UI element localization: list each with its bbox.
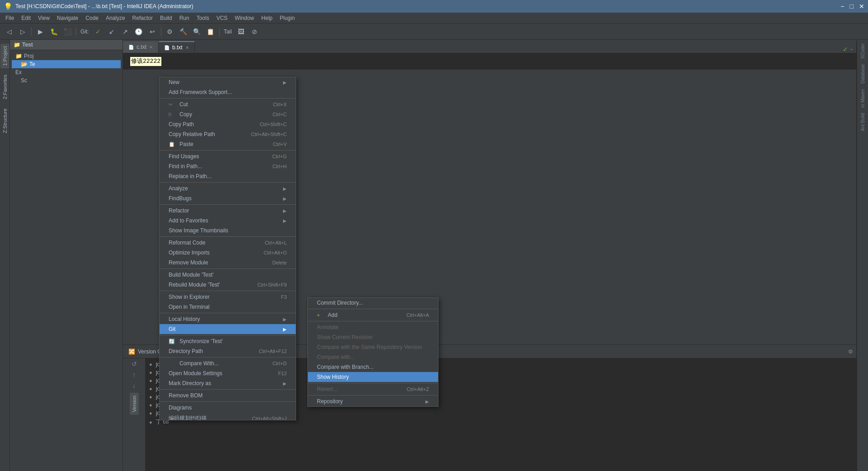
stop-button[interactable]: ⬛ bbox=[61, 25, 74, 38]
menu-vcs[interactable]: VCS bbox=[213, 14, 231, 22]
cm-show-thumbnails[interactable]: Show Image Thumbnails bbox=[160, 226, 296, 236]
version-label-vert[interactable]: Version bbox=[130, 393, 139, 415]
cm-code-scan[interactable]: 编码规划约扫描 Ctrl+Alt+Shift+J bbox=[160, 413, 296, 420]
cm-show-explorer[interactable]: Show in Explorer F3 bbox=[160, 292, 296, 302]
cm-git[interactable]: Git ▶ bbox=[160, 324, 296, 334]
version-down-icon[interactable]: ↓ bbox=[132, 382, 136, 389]
cm-find-in-path[interactable]: Find in Path... Ctrl+H bbox=[160, 161, 296, 171]
cm-reformat[interactable]: Reformat Code Ctrl+Alt+L bbox=[160, 238, 296, 248]
cm-new[interactable]: New ▶ bbox=[160, 77, 296, 87]
git-show-history[interactable]: Show History bbox=[308, 372, 438, 382]
power-button[interactable]: ⊘ bbox=[248, 25, 261, 38]
right-sidebar-maven[interactable]: m Maven bbox=[859, 87, 866, 109]
title-bar: 💡 Test [H:\CSDN\Git\Code\Test] - ...\b.t… bbox=[0, 0, 868, 13]
tab-project[interactable]: 1:Project bbox=[0, 43, 9, 68]
search-button[interactable]: 🔍 bbox=[191, 25, 203, 38]
cm-cut[interactable]: ✂ Cut Ctrl+X bbox=[160, 99, 296, 109]
version-arrow-icon[interactable]: ↑ bbox=[132, 371, 136, 378]
debug-button[interactable]: 🐛 bbox=[47, 25, 60, 38]
git-history-button[interactable]: 🕐 bbox=[132, 25, 145, 38]
git-repository[interactable]: Repository ▶ bbox=[308, 396, 438, 406]
run-button[interactable]: ▶ bbox=[34, 25, 47, 38]
tab-structure[interactable]: Z:Structure bbox=[0, 106, 9, 136]
cm-local-history[interactable]: Local History ▶ bbox=[160, 314, 296, 324]
cm-synchronize[interactable]: 🔄 Synchronize 'Test' bbox=[160, 336, 296, 346]
cm-sep-2 bbox=[160, 150, 296, 151]
tab-favorites[interactable]: 2:Favorites bbox=[0, 72, 9, 102]
cm-copy[interactable]: ⎘ Copy Ctrl+C bbox=[160, 109, 296, 119]
cm-copy-path[interactable]: Copy Path Ctrl+Shift+C bbox=[160, 119, 296, 129]
cm-rebuild-module[interactable]: Rebuild Module 'Test' Ctrl+Shift+F9 bbox=[160, 280, 296, 290]
ctxt-close[interactable]: ✕ bbox=[149, 45, 153, 50]
right-sidebar-database[interactable]: Database bbox=[859, 62, 866, 85]
cm-diagrams[interactable]: Diagrams bbox=[160, 403, 296, 413]
cm-analyze[interactable]: Analyze ▶ bbox=[160, 184, 296, 193]
menu-tools[interactable]: Tools bbox=[193, 14, 213, 22]
editor-content[interactable]: 修该22222 bbox=[123, 53, 857, 70]
copy-button[interactable]: 📋 bbox=[204, 25, 217, 38]
editor-area[interactable]: 修该22222 New ▶ Add Framework Support... ✂ bbox=[123, 53, 857, 344]
cm-module-settings[interactable]: Open Module Settings F12 bbox=[160, 368, 296, 378]
title-bar-controls[interactable]: − □ ✕ bbox=[840, 3, 864, 10]
cm-mark-directory[interactable]: Mark Directory as ▶ bbox=[160, 378, 296, 388]
menu-help[interactable]: Help bbox=[258, 14, 276, 22]
cm-findbugs[interactable]: FindBugs ▶ bbox=[160, 193, 296, 203]
cm-compare-with[interactable]: Compare With... Ctrl+D bbox=[160, 358, 296, 368]
forward-button[interactable]: ▷ bbox=[16, 25, 29, 38]
menu-code[interactable]: Code bbox=[82, 14, 102, 22]
cm-remove-bom[interactable]: Remove BOM bbox=[160, 391, 296, 400]
maximize-button[interactable]: □ bbox=[850, 3, 854, 10]
cm-refactor[interactable]: Refactor ▶ bbox=[160, 206, 296, 216]
cm-add-favorites[interactable]: Add to Favorites ▶ bbox=[160, 216, 296, 226]
settings-icon[interactable]: ⚙ bbox=[848, 349, 853, 355]
cm-replace-in-path[interactable]: Replace in Path... bbox=[160, 171, 296, 181]
git-revert-button[interactable]: ↩ bbox=[146, 25, 159, 38]
menu-build[interactable]: Build bbox=[156, 14, 176, 22]
git-commit-dir[interactable]: Commit Directory... bbox=[308, 298, 438, 308]
btxt-close[interactable]: ✕ bbox=[185, 45, 189, 50]
right-sidebar-ant[interactable]: Ant Build bbox=[859, 111, 866, 133]
menu-refactor[interactable]: Refactor bbox=[129, 14, 156, 22]
cm-add-framework[interactable]: Add Framework Support... bbox=[160, 87, 296, 97]
tree-item-proj[interactable]: 📁 Proj bbox=[12, 52, 121, 60]
editor-tab-ctxt[interactable]: 📄 c.txt ✕ bbox=[123, 41, 159, 53]
menu-window[interactable]: Window bbox=[231, 14, 258, 22]
cm-open-terminal[interactable]: Open in Terminal bbox=[160, 302, 296, 312]
git-add[interactable]: + Add Ctrl+Alt+A bbox=[308, 310, 438, 320]
minimize-button[interactable]: − bbox=[840, 3, 844, 10]
cm-find-usages[interactable]: Find Usages Ctrl+G bbox=[160, 151, 296, 161]
menu-navigate[interactable]: Navigate bbox=[53, 14, 82, 22]
tree-item-ex[interactable]: Ex bbox=[12, 68, 121, 76]
cm-remove-module[interactable]: Remove Module Delete bbox=[160, 258, 296, 268]
git-sep-4 bbox=[308, 395, 438, 396]
cm-copy-relative-path[interactable]: Copy Relative Path Ctrl+Alt+Shift+C bbox=[160, 129, 296, 139]
editor-tabs: 📄 c.txt ✕ 📄 b.txt ✕ ✓ − bbox=[123, 40, 857, 53]
cm-directory-path[interactable]: Directory Path Ctrl+Alt+F12 bbox=[160, 346, 296, 356]
menu-run[interactable]: Run bbox=[176, 14, 193, 22]
settings-button[interactable]: ⚙ bbox=[164, 25, 176, 38]
tree-item-test[interactable]: 📂 Te bbox=[12, 60, 121, 68]
version-sync-icon[interactable]: ↺ bbox=[132, 360, 137, 367]
git-check-button[interactable]: ✓ bbox=[92, 25, 104, 38]
menu-plugin[interactable]: Plugin bbox=[276, 14, 298, 22]
git-sep-1 bbox=[308, 309, 438, 309]
right-sidebar-xcoder[interactable]: XCoder bbox=[859, 42, 866, 61]
back-button[interactable]: ◁ bbox=[3, 25, 15, 38]
build-button[interactable]: 🔨 bbox=[177, 25, 190, 38]
menu-edit[interactable]: Edit bbox=[18, 14, 34, 22]
menu-view[interactable]: View bbox=[34, 14, 53, 22]
git-push-button[interactable]: ↗ bbox=[119, 25, 132, 38]
cm-build-module[interactable]: Build Module 'Test' bbox=[160, 270, 296, 280]
cm-paste[interactable]: 📋 Paste Ctrl+V bbox=[160, 139, 296, 149]
cm-sep-8 bbox=[160, 313, 296, 313]
editor-tab-btxt[interactable]: 📄 b.txt ✕ bbox=[159, 41, 195, 53]
git-update-button[interactable]: ↙ bbox=[105, 25, 118, 38]
image-button[interactable]: 🖼 bbox=[235, 25, 247, 38]
tree-item-sc[interactable]: Sc bbox=[12, 76, 121, 85]
menu-file[interactable]: File bbox=[2, 14, 18, 22]
menu-analyze[interactable]: Analyze bbox=[102, 14, 129, 22]
close-button[interactable]: ✕ bbox=[859, 3, 864, 10]
git-compare-branch[interactable]: Compare with Branch... bbox=[308, 362, 438, 372]
editor-line-1: 修该22222 bbox=[130, 57, 849, 66]
cm-optimize-imports[interactable]: Optimize Imports Ctrl+Alt+O bbox=[160, 248, 296, 258]
